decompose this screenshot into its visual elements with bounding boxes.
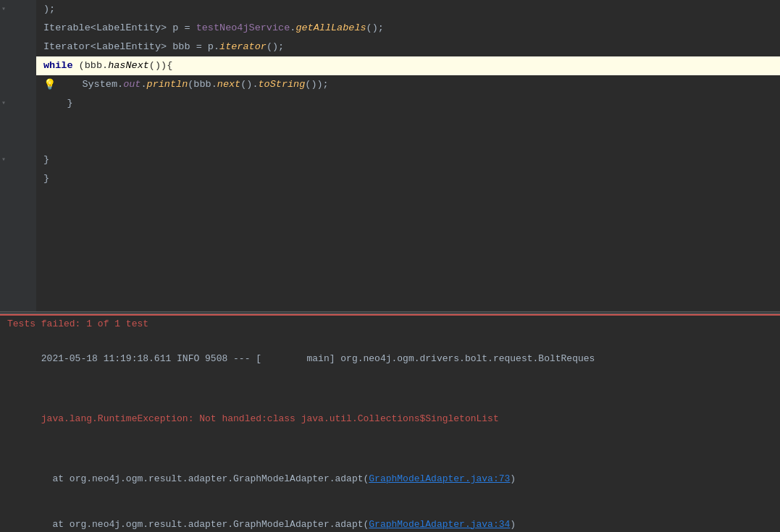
code-line-highlighted: while (bbb.hasNext()){ [36, 56, 780, 75]
console-line-error: java.lang.RuntimeException: Not handled:… [7, 397, 773, 442]
bottom-panel: Tests failed: 1 of 1 test 2021-05-18 11:… [0, 314, 780, 532]
console-line-blank [7, 381, 773, 397]
test-fail-count: 1 of 1 test [86, 318, 148, 329]
console-line-stack-2: at org.neo4j.ogm.result.adapter.GraphMod… [7, 502, 773, 532]
fold-icon-3[interactable]: ▾ [1, 151, 6, 169]
line-number-gutter: ▾ ▾ [0, 0, 36, 311]
code-panel: ▾ ▾ [0, 0, 780, 311]
code-line: ); [36, 0, 780, 19]
test-status-label: Tests failed: [7, 318, 80, 329]
code-line: } [36, 94, 780, 113]
code-line: } [36, 151, 780, 169]
code-line [36, 113, 780, 132]
console-line-stack-1: at org.neo4j.ogm.result.adapter.GraphMod… [7, 457, 773, 502]
lightbulb-icon[interactable]: 💡 [43, 75, 56, 94]
stack-link-1[interactable]: GraphModelAdapter.java:73 [369, 473, 510, 484]
code-line-with-lightbulb: 💡 System.out.println(bbb.next().toString… [36, 75, 780, 94]
code-content: ); Iterable<LabelEntity> p = testNeo4jSe… [36, 0, 780, 311]
console-output[interactable]: 2021-05-18 11:19:18.611 INFO 9508 --- [ … [0, 332, 780, 532]
console-line-blank [7, 442, 773, 457]
code-line: Iterable<LabelEntity> p = testNeo4jServi… [36, 19, 780, 38]
fold-icon-1[interactable]: ▾ [1, 0, 6, 19]
stack-link-2[interactable]: GraphModelAdapter.java:34 [369, 519, 510, 530]
code-line: Iterator<LabelEntity> bbb = p.iterator()… [36, 38, 780, 56]
test-status-bar: Tests failed: 1 of 1 test [0, 314, 780, 332]
fold-icon-2[interactable]: ▾ [1, 94, 6, 113]
code-line [36, 132, 780, 151]
code-line: } [36, 169, 780, 188]
console-line-info: 2021-05-18 11:19:18.611 INFO 9508 --- [ … [7, 337, 773, 381]
